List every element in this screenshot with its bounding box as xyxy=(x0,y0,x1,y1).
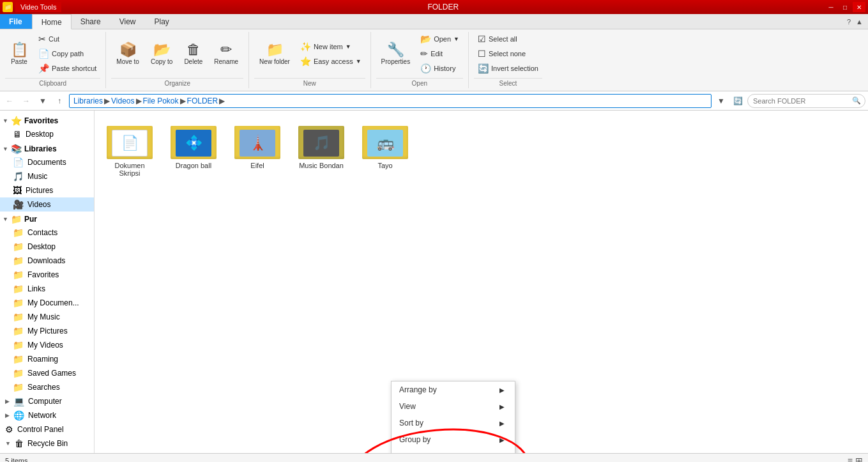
forward-button[interactable]: → xyxy=(19,94,33,108)
sidebar-item-downloads[interactable]: 📁 Downloads xyxy=(0,254,94,268)
list-item[interactable]: 🎵 Music Bondan xyxy=(293,117,350,181)
sidebar-item-desktop[interactable]: 🖥 Desktop xyxy=(0,127,94,141)
minimize-button[interactable]: ─ xyxy=(825,2,837,12)
cm-group-by[interactable]: Group by ▶ xyxy=(392,431,515,448)
rename-icon: ✏ xyxy=(220,43,232,57)
sidebar-item-videos[interactable]: 🎥 Videos xyxy=(0,197,94,212)
sidebar-item-roaming[interactable]: 📁 Roaming xyxy=(0,352,94,366)
sidebar-item-mydocuments[interactable]: 📁 My Documen... xyxy=(0,296,94,310)
cut-icon: ✂ xyxy=(38,34,46,44)
open-button[interactable]: 📂 Open ▼ xyxy=(416,32,463,46)
sidebar-pur-label: Pur xyxy=(24,215,37,224)
sidebar-item-music[interactable]: 🎵 Music xyxy=(0,169,94,183)
maximize-button[interactable]: □ xyxy=(839,2,851,12)
easy-access-icon: ⭐ xyxy=(300,56,311,66)
tab-home[interactable]: Home xyxy=(32,14,72,29)
select-all-button[interactable]: ☑ Select all xyxy=(474,32,542,46)
recent-locations-button[interactable]: ▼ xyxy=(36,94,50,108)
organize-label: Organize xyxy=(111,78,243,88)
copy-path-icon: 📄 xyxy=(38,49,49,59)
copy-to-button[interactable]: 📂 Copy to xyxy=(146,35,178,73)
history-button[interactable]: 🕐 History xyxy=(416,61,463,75)
invert-selection-button[interactable]: 🔄 Invert selection xyxy=(474,61,542,75)
clipboard-label: Clipboard xyxy=(5,78,100,88)
status-bar: 5 items ≡ ⊞ xyxy=(0,453,868,462)
app-icon: 📁 xyxy=(3,2,13,12)
sidebar-item-savedgames[interactable]: 📁 Saved Games xyxy=(0,366,94,380)
list-item[interactable]: 🚌 Tayo xyxy=(356,117,414,181)
copy-path-button[interactable]: 📄 Copy path xyxy=(34,47,100,61)
address-path[interactable]: Libraries ▶ Videos ▶ File Pokok ▶ FOLDER… xyxy=(69,94,712,108)
list-item[interactable]: 📄 Dokumen Skripsi xyxy=(101,117,158,181)
item-count: 5 items xyxy=(5,457,27,463)
sidebar-item-controlpanel[interactable]: ⚙ Control Panel xyxy=(0,422,94,436)
sidebar-pur-header[interactable]: ▼ 📁 Pur xyxy=(0,212,94,226)
help-icon[interactable]: ? xyxy=(847,18,851,26)
select-all-icon: ☑ xyxy=(478,34,486,44)
expand-ribbon-icon[interactable]: ▲ xyxy=(856,18,863,26)
search-box[interactable]: 🔍 xyxy=(747,94,865,108)
list-item[interactable]: 💠 Dragon ball xyxy=(165,117,222,181)
open-group: 🔧 Properties 📂 Open ▼ ✏ Edit 🕐 xyxy=(371,32,469,88)
up-button[interactable]: ↑ xyxy=(52,94,66,108)
tab-file[interactable]: File xyxy=(0,14,32,29)
sidebar-item-pictures[interactable]: 🖼 Pictures xyxy=(0,183,94,197)
search-input[interactable] xyxy=(753,97,846,105)
sidebar-item-recyclebin[interactable]: ▼ 🗑 Recycle Bin xyxy=(0,436,94,450)
new-item-button[interactable]: ✨ New item ▼ xyxy=(296,40,365,54)
cut-button[interactable]: ✂ Cut xyxy=(34,32,100,46)
video-tools-label: Video Tools xyxy=(15,2,61,12)
paste-shortcut-button[interactable]: 📌 Paste shortcut xyxy=(34,61,100,75)
tab-share[interactable]: Share xyxy=(72,14,110,29)
path-segment-folder[interactable]: FOLDER xyxy=(187,96,218,105)
path-segment-filepokok[interactable]: File Pokok xyxy=(143,96,179,105)
ribbon: 📋 Paste ✂ Cut 📄 Copy path 📌 Paste shortc… xyxy=(0,29,868,91)
sidebar-item-desktop-sub[interactable]: 📁 Desktop xyxy=(0,240,94,254)
title-bar: 📁 Video Tools FOLDER ─ □ ✕ xyxy=(0,0,868,14)
details-view-button[interactable]: ≡ xyxy=(848,456,853,463)
move-to-button[interactable]: 📦 Move to xyxy=(111,35,144,73)
sidebar-favorites-header[interactable]: ▼ ⭐ Favorites xyxy=(0,113,94,127)
select-group: ☑ Select all ☐ Select none 🔄 Invert sele… xyxy=(469,32,547,88)
list-item[interactable]: 🗼 Eifel xyxy=(229,117,286,181)
sidebar-libraries-header[interactable]: ▼ 📚 Libraries xyxy=(0,141,94,155)
sidebar-item-favorites-sub[interactable]: 📁 Favorites xyxy=(0,268,94,282)
delete-button[interactable]: 🗑 Delete xyxy=(179,35,208,73)
expand-path-button[interactable]: ▼ xyxy=(714,94,728,108)
refresh-button[interactable]: 🔄 xyxy=(731,94,745,108)
sidebar-item-links[interactable]: 📁 Links xyxy=(0,282,94,296)
sidebar-favorites-label: Favorites xyxy=(24,116,58,125)
cm-arrange-by[interactable]: Arrange by ▶ xyxy=(392,381,515,398)
invert-selection-icon: 🔄 xyxy=(478,63,489,73)
easy-access-button[interactable]: ⭐ Easy access ▼ xyxy=(296,54,365,68)
close-button[interactable]: ✕ xyxy=(853,2,865,12)
sidebar-libraries-label: Libraries xyxy=(24,144,57,153)
large-icons-view-button[interactable]: ⊞ xyxy=(855,456,863,463)
select-none-button[interactable]: ☐ Select none xyxy=(474,47,542,61)
sidebar-item-network[interactable]: ▶ 🌐 Network xyxy=(0,408,94,422)
sidebar-item-myvideos[interactable]: 📁 My Videos xyxy=(0,338,94,352)
file-area: 📄 Dokumen Skripsi 💠 Dragon ball xyxy=(95,111,868,453)
properties-button[interactable]: 🔧 Properties xyxy=(376,35,416,73)
sidebar-item-mymusic[interactable]: 📁 My Music xyxy=(0,310,94,324)
rename-button[interactable]: ✏ Rename xyxy=(209,35,243,73)
cm-sort-by[interactable]: Sort by ▶ xyxy=(392,415,515,431)
sidebar-item-contacts[interactable]: 📁 Contacts xyxy=(0,226,94,240)
cm-refresh[interactable]: Refresh xyxy=(392,448,515,453)
path-segment-libraries[interactable]: Libraries xyxy=(73,96,103,105)
cm-view[interactable]: View ▶ xyxy=(392,398,515,415)
tab-play[interactable]: Play xyxy=(146,14,179,29)
edit-button[interactable]: ✏ Edit xyxy=(416,47,463,61)
sidebar-item-mypictures[interactable]: 📁 My Pictures xyxy=(0,324,94,338)
sidebar-item-documents[interactable]: 📄 Documents xyxy=(0,155,94,169)
back-button[interactable]: ← xyxy=(3,94,17,108)
path-segment-videos[interactable]: Videos xyxy=(111,96,134,105)
sidebar-item-computer[interactable]: ▶ 💻 Computer xyxy=(0,394,94,408)
sidebar-item-searches[interactable]: 📁 Searches xyxy=(0,380,94,394)
paste-button[interactable]: 📋 Paste xyxy=(5,35,33,73)
ribbon-tabs: File Home Share View Play ? ▲ xyxy=(0,14,868,29)
tab-view[interactable]: View xyxy=(110,14,146,29)
new-folder-button[interactable]: 📁 New folder xyxy=(254,35,295,73)
delete-icon: 🗑 xyxy=(187,43,201,57)
search-icon: 🔍 xyxy=(852,96,861,105)
